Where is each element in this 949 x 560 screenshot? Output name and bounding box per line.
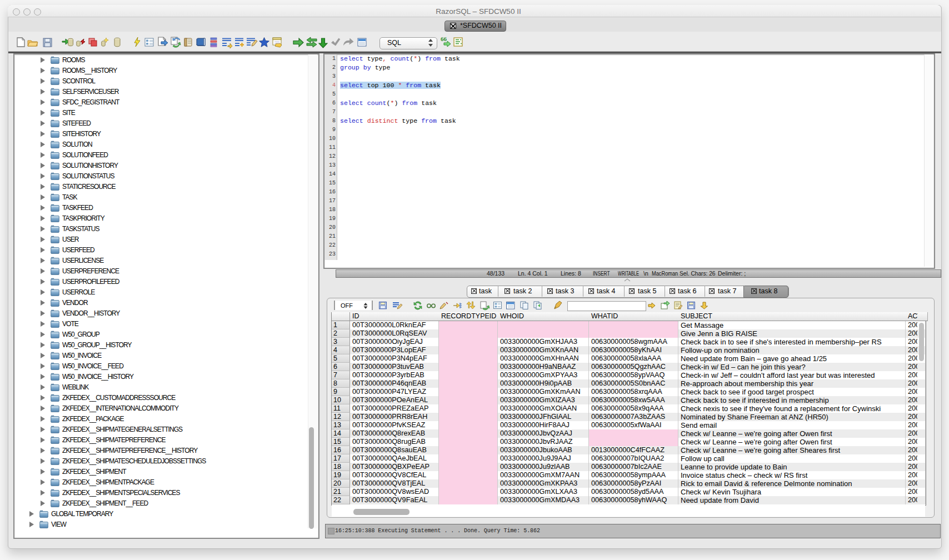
svg-text:66: 66 bbox=[441, 36, 447, 42]
